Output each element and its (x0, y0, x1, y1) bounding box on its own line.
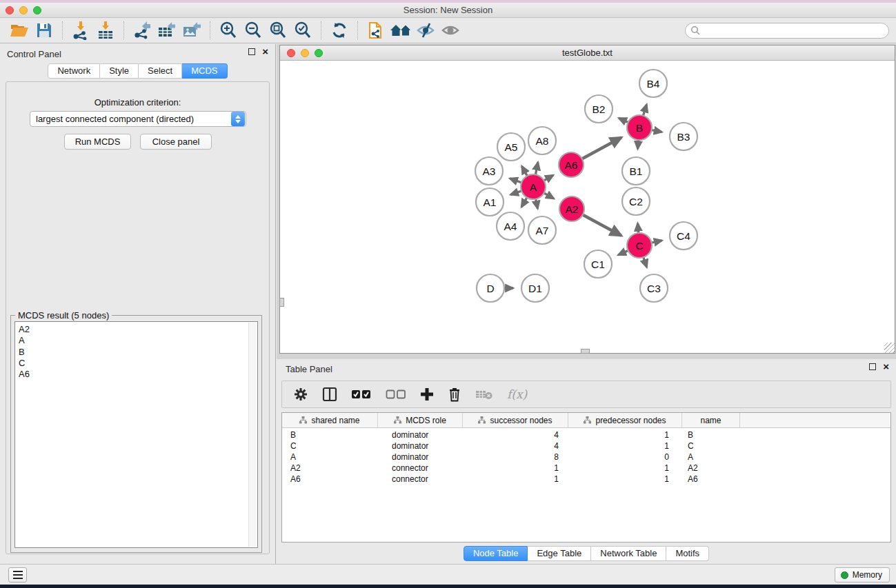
graph-node-A1[interactable]: A1 (476, 188, 504, 216)
table-panel-title: Table Panel (286, 364, 332, 374)
graph-node-B[interactable]: B (627, 115, 652, 140)
column-header-successor-nodes[interactable]: successor nodes (463, 413, 568, 427)
select-all-icon[interactable] (351, 386, 372, 403)
graph-node-D[interactable]: D (477, 274, 504, 302)
mcds-result-item[interactable]: A6 (19, 369, 257, 380)
table-row[interactable]: Cdominator41C (282, 441, 890, 452)
tab-network[interactable]: Network (48, 63, 100, 79)
table-row[interactable]: Bdominator41B (282, 430, 890, 441)
export-image-icon[interactable] (179, 20, 204, 41)
mcds-result-item[interactable]: A2 (19, 324, 257, 335)
window-title: Session: New Session (0, 3, 896, 17)
mcds-result-group: MCDS result (5 nodes) A2ABCA6 (10, 315, 262, 553)
minimize-window-button[interactable] (19, 6, 28, 14)
close-window-button[interactable] (6, 6, 14, 14)
network-minimize-button[interactable] (301, 49, 309, 57)
hide-graphics-details-icon[interactable] (413, 20, 438, 41)
tab-edge-table[interactable]: Edge Table (528, 546, 591, 561)
tab-network-table[interactable]: Network Table (591, 546, 666, 561)
graph-node-A[interactable]: A (521, 174, 546, 199)
table-cell: dominator (378, 430, 463, 441)
column-header-name[interactable]: name (682, 413, 740, 427)
network-zoom-button[interactable] (315, 49, 323, 57)
graph-node-A2[interactable]: A2 (559, 196, 584, 221)
tab-style[interactable]: Style (100, 63, 139, 79)
tab-motifs[interactable]: Motifs (666, 546, 709, 561)
tab-select[interactable]: Select (139, 63, 182, 79)
graph-node-C1[interactable]: C1 (584, 250, 612, 278)
float-panel-icon[interactable] (869, 363, 876, 370)
mcds-result-item[interactable]: B (19, 347, 257, 358)
column-header-shared-name[interactable]: shared name (282, 413, 378, 427)
table-settings-icon[interactable] (293, 386, 308, 403)
import-table-icon[interactable] (93, 20, 118, 41)
graph-node-A4[interactable]: A4 (497, 212, 524, 240)
search-input[interactable] (701, 24, 888, 37)
svg-text:A4: A4 (504, 221, 517, 232)
unselect-all-icon[interactable] (386, 386, 406, 403)
graph-node-C4[interactable]: C4 (670, 222, 697, 250)
show-graphics-details-icon[interactable] (438, 20, 463, 41)
graph-node-A3[interactable]: A3 (475, 157, 503, 185)
network-window-title: testGlobe.txt (280, 45, 895, 60)
tab-node-table[interactable]: Node Table (464, 546, 528, 561)
zoom-selected-icon[interactable] (290, 20, 315, 41)
graph-node-B1[interactable]: B1 (622, 157, 650, 185)
import-network-icon[interactable] (68, 20, 93, 41)
zoom-out-icon[interactable] (241, 20, 266, 41)
graph-node-B3[interactable]: B3 (670, 123, 697, 150)
graph-node-A8[interactable]: A8 (528, 127, 556, 154)
home-icon[interactable] (388, 20, 413, 41)
graph-node-A7[interactable]: A7 (528, 216, 556, 244)
zoom-fit-icon[interactable] (266, 20, 290, 41)
float-panel-icon[interactable] (248, 48, 255, 55)
column-header-MCDS-role[interactable]: MCDS role (378, 413, 463, 427)
column-header-predecessor-nodes[interactable]: predecessor nodes (568, 413, 682, 427)
graph-node-D1[interactable]: D1 (521, 274, 549, 302)
split-panel-icon[interactable] (322, 386, 337, 403)
tab-mcds[interactable]: MCDS (182, 63, 227, 79)
hierarchy-icon (299, 416, 307, 424)
optimization-criterion-dropdown[interactable]: largest connected component (directed) (30, 111, 246, 127)
refresh-layout-icon[interactable] (327, 20, 352, 41)
zoom-in-icon[interactable] (216, 20, 241, 41)
save-session-icon[interactable] (32, 20, 57, 41)
table-row[interactable]: A2connector11A2 (282, 463, 890, 474)
export-table-icon[interactable] (155, 20, 179, 41)
add-entry-icon[interactable] (420, 386, 434, 403)
open-session-icon[interactable] (7, 20, 32, 41)
network-close-button[interactable] (287, 49, 295, 57)
window-resize-grip-bottom[interactable] (581, 349, 590, 354)
mcds-result-item[interactable]: A (19, 335, 257, 346)
export-network-icon[interactable] (130, 20, 155, 41)
graph-node-B4[interactable]: B4 (639, 70, 667, 97)
zoom-window-button[interactable] (33, 6, 41, 14)
network-canvas[interactable]: AA1A3A5A8A4A7A6A2BB2B4B3B1CC2C4C1C3DD1 (280, 61, 895, 353)
window-resize-corner[interactable] (884, 343, 895, 353)
mcds-result-item[interactable]: C (19, 358, 257, 369)
graph-node-C2[interactable]: C2 (622, 187, 650, 215)
svg-text:C2: C2 (629, 196, 643, 207)
graph-node-A5[interactable]: A5 (497, 133, 525, 161)
graph-node-C[interactable]: C (627, 233, 652, 258)
window-resize-grip-left[interactable] (279, 298, 284, 307)
close-panel-button[interactable]: Close panel (140, 134, 212, 150)
optimization-criterion-label: Optimization criterion: (6, 97, 269, 108)
delete-entries-icon[interactable] (448, 386, 461, 403)
graph-node-B2[interactable]: B2 (585, 95, 613, 123)
graph-node-A6[interactable]: A6 (559, 152, 584, 177)
memory-button[interactable]: Memory (835, 567, 890, 582)
table-row[interactable]: Adominator80A (282, 452, 890, 463)
result-list-scrollbar[interactable] (248, 323, 257, 547)
task-history-button[interactable] (8, 567, 27, 582)
control-panel-tabs: NetworkStyleSelectMCDS (0, 63, 275, 79)
search-field[interactable] (685, 23, 889, 39)
main-toolbar (0, 18, 896, 43)
table-row[interactable]: A6connector11A6 (282, 474, 890, 485)
svg-text:C1: C1 (591, 258, 605, 270)
close-panel-icon[interactable]: × (883, 363, 889, 370)
close-panel-icon[interactable]: × (262, 48, 268, 55)
run-mcds-button[interactable]: Run MCDS (64, 134, 131, 150)
graph-node-C3[interactable]: C3 (640, 274, 668, 302)
network-from-file-icon[interactable] (364, 20, 388, 41)
